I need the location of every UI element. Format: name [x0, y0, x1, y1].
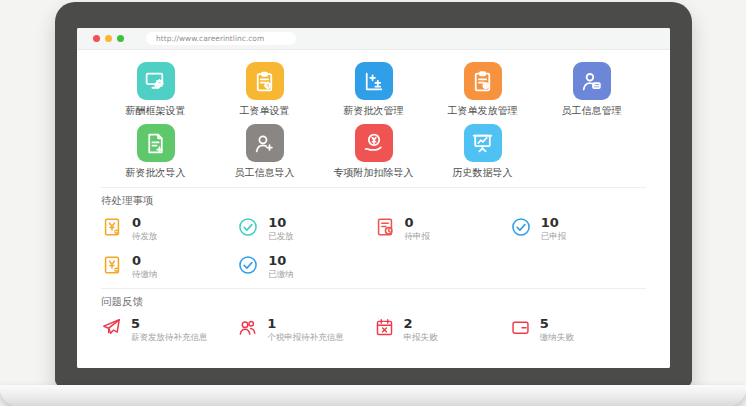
laptop-base [0, 385, 746, 406]
stat-label: 待申报 [405, 232, 431, 241]
app-shortcut-label: 工资单设置 [240, 105, 290, 116]
section-divider [101, 288, 646, 289]
browser-bar: http://www.careerintlinc.com [77, 28, 670, 50]
app-grid-row-1: 薪酬框架设置工资单设置薪资批次管理工资单发放管理员工信息管理 [101, 62, 646, 116]
app-shortcut[interactable]: 工资单发放管理 [428, 62, 537, 116]
stat-count: 10 [541, 216, 567, 229]
app-shortcut[interactable]: 工资单设置 [210, 62, 319, 116]
stat-label: 薪资发放待补充信息 [131, 333, 208, 342]
person-plus-icon [246, 124, 284, 162]
app-shortcut-label: 薪资批次导入 [126, 167, 186, 178]
stat-count: 1 [267, 317, 344, 330]
doc-yen-icon [101, 254, 123, 276]
stat-count: 0 [405, 216, 431, 229]
feedback-section-title: 问题反馈 [101, 296, 646, 307]
stat-count: 2 [404, 317, 438, 330]
app-shortcut[interactable]: 历史数据导入 [428, 124, 537, 178]
app-shortcut-label: 工资单发放管理 [448, 105, 518, 116]
app-shortcut-label: 员工信息管理 [562, 105, 622, 116]
feedback-grid: 5薪资发放待补充信息1个税申报待补充信息2申报失败5缴纳失败 [101, 317, 646, 342]
app-shortcut[interactable]: 薪资批次管理 [319, 62, 428, 116]
app-grid-row-2: 薪资批次导入员工信息导入专项附加扣除导入历史数据导入 [101, 124, 646, 178]
stat-label: 申报失败 [404, 333, 438, 342]
stat-item[interactable]: 5缴纳失败 [510, 317, 646, 342]
stat-label: 已缴纳 [268, 270, 294, 279]
app-shortcut-label: 员工信息导入 [235, 167, 295, 178]
stat-label: 缴纳失败 [540, 333, 574, 342]
stat-item[interactable]: 5薪资发放待补充信息 [101, 317, 237, 342]
stat-text: 5薪资发放待补充信息 [131, 317, 208, 342]
stat-item[interactable]: 10已申报 [510, 216, 646, 241]
app-shortcut[interactable]: 员工信息管理 [537, 62, 646, 116]
clipboard-gear-icon [246, 62, 284, 100]
wallet-icon [510, 317, 531, 338]
dashboard-content: 薪酬框架设置工资单设置薪资批次管理工资单发放管理员工信息管理 薪资批次导入员工信… [77, 50, 670, 368]
stat-label: 待缴纳 [132, 270, 158, 279]
calculator-icon [355, 62, 393, 100]
stat-label: 待发放 [132, 232, 158, 241]
stat-item[interactable]: 1个税申报待补充信息 [237, 317, 373, 342]
doc-plus-icon [137, 124, 175, 162]
app-shortcut-label: 薪资批次管理 [344, 105, 404, 116]
stat-label: 已发放 [268, 232, 294, 241]
stat-text: 10已缴纳 [268, 254, 294, 279]
chart-board-icon [464, 124, 502, 162]
app-shortcut-label: 历史数据导入 [453, 167, 513, 178]
stat-count: 5 [131, 317, 208, 330]
stat-count: 0 [132, 216, 158, 229]
stat-count: 5 [540, 317, 574, 330]
paper-plane-icon [101, 317, 122, 338]
doc-clock-icon [374, 216, 396, 238]
app-shortcut[interactable]: 薪资批次导入 [101, 124, 210, 178]
page: http://www.careerintlinc.com 薪酬框架设置工资单设置… [0, 0, 746, 406]
laptop-screen: http://www.careerintlinc.com 薪酬框架设置工资单设置… [77, 28, 670, 368]
stat-count: 0 [132, 254, 158, 267]
check-circle-icon [237, 216, 259, 238]
person-card-icon [573, 62, 611, 100]
clipboard-coin-icon [464, 62, 502, 100]
tax-hand-icon [355, 124, 393, 162]
stat-text: 5缴纳失败 [540, 317, 574, 342]
stat-text: 10已发放 [268, 216, 294, 241]
app-shortcut[interactable]: 专项附加扣除导入 [319, 124, 428, 178]
app-shortcut[interactable]: 员工信息导入 [210, 124, 319, 178]
doc-yen-icon [101, 216, 123, 238]
laptop-bezel: http://www.careerintlinc.com 薪酬框架设置工资单设置… [55, 2, 692, 386]
stat-text: 0待申报 [405, 216, 431, 241]
monitor-gear-icon [137, 62, 175, 100]
people-icon [237, 317, 258, 338]
stat-text: 2申报失败 [404, 317, 438, 342]
stat-item[interactable]: 2申报失败 [374, 317, 510, 342]
stat-item[interactable]: 0待申报 [374, 216, 510, 241]
traffic-light-dot [105, 35, 112, 42]
stat-text: 10已申报 [541, 216, 567, 241]
stat-item[interactable]: 0待发放 [101, 216, 237, 241]
stat-item[interactable]: 10已发放 [237, 216, 373, 241]
stat-count: 10 [268, 254, 294, 267]
app-shortcut-label: 专项附加扣除导入 [334, 167, 414, 178]
stat-text: 0待发放 [132, 216, 158, 241]
address-bar[interactable]: http://www.careerintlinc.com [146, 32, 296, 45]
section-divider [101, 187, 646, 188]
check-circle-icon [510, 216, 532, 238]
calendar-x-icon [374, 317, 395, 338]
pending-section-title: 待处理事项 [101, 195, 646, 206]
traffic-lights [93, 35, 124, 42]
stat-item[interactable]: 10已缴纳 [237, 254, 373, 279]
traffic-light-dot [93, 35, 100, 42]
check-circle-icon [237, 254, 259, 276]
stat-count: 10 [268, 216, 294, 229]
pending-grid: 0待发放10已发放0待申报10已申报0待缴纳10已缴纳 [101, 216, 646, 279]
traffic-light-dot [117, 35, 124, 42]
stat-text: 1个税申报待补充信息 [267, 317, 344, 342]
stat-text: 0待缴纳 [132, 254, 158, 279]
stat-label: 个税申报待补充信息 [267, 333, 344, 342]
app-shortcut-label: 薪酬框架设置 [126, 105, 186, 116]
stat-item[interactable]: 0待缴纳 [101, 254, 237, 279]
app-shortcut[interactable]: 薪酬框架设置 [101, 62, 210, 116]
stat-label: 已申报 [541, 232, 567, 241]
